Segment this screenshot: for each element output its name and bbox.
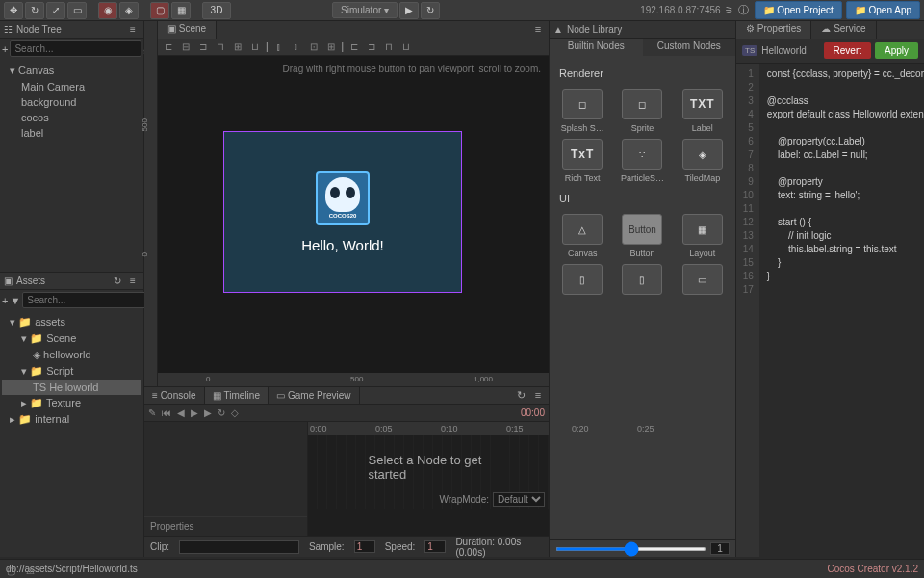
refresh-icon[interactable]: ↻: [514, 389, 527, 402]
inspector-file: Helloworld: [761, 45, 807, 56]
tiledmap-item[interactable]: ◈TiledMap: [676, 139, 730, 183]
assets-search-input[interactable]: [22, 292, 154, 308]
sample-input[interactable]: 1: [354, 540, 375, 553]
status-bar: db://assets/Script/Helloworld.ts Cocos C…: [0, 559, 924, 578]
canvas-item[interactable]: △Canvas: [555, 214, 609, 258]
speed-input[interactable]: 1: [424, 540, 446, 553]
assets-helloworld-scene[interactable]: ◈ helloworld: [2, 347, 141, 363]
add-asset-button[interactable]: +: [2, 295, 8, 306]
renderer-section: Renderer: [553, 64, 732, 83]
panel-opts-icon[interactable]: ≡: [126, 24, 140, 35]
local-toggle-icon[interactable]: ◈: [119, 2, 139, 19]
tool-rect-icon[interactable]: ▭: [67, 2, 87, 19]
record-icon[interactable]: ▢: [150, 2, 169, 19]
event-icon[interactable]: ◇: [231, 407, 239, 418]
tool-scale-icon[interactable]: ⤢: [46, 2, 65, 19]
assets-root[interactable]: ▾ 📁 assets: [2, 314, 141, 330]
play-icon[interactable]: ▶: [191, 407, 198, 418]
node-search-input[interactable]: [10, 40, 141, 57]
splash-sprite-item[interactable]: ◻Splash S…: [555, 89, 609, 133]
ruler-vertical: 500 0: [144, 21, 158, 386]
simulator-dropdown[interactable]: Simulator ▾: [332, 2, 398, 18]
assets-panel: ▣Assets↻≡ + ▼ ⌕ ▾ 📁 assets ▾ 📁 Scene ◈ h…: [0, 272, 144, 557]
label-item[interactable]: TXTLabel: [676, 89, 730, 133]
status-warn-icon[interactable]: ⚠: [23, 565, 37, 576]
ui-section: UI: [553, 189, 732, 208]
apply-button[interactable]: Apply: [875, 42, 918, 59]
assets-texture-folder[interactable]: ▸ 📁 Texture: [2, 395, 141, 411]
custom-nodes-tab[interactable]: Custom Nodes: [643, 39, 736, 56]
scene-tab[interactable]: ▣ Scene: [158, 21, 217, 39]
align-top-icon[interactable]: ⊓: [214, 40, 227, 54]
layout-item[interactable]: ▦Layout: [676, 214, 730, 258]
reload-button[interactable]: ↻: [421, 2, 440, 19]
anchor-toggle-icon[interactable]: ◉: [98, 2, 117, 19]
loop-icon[interactable]: ↻: [218, 407, 225, 418]
info-icon[interactable]: ⓘ: [737, 3, 751, 17]
prev-frame-icon[interactable]: ◀: [177, 407, 185, 418]
assets-helloworld-script[interactable]: TS Helloworld: [2, 380, 141, 395]
align-left-icon[interactable]: ⊏: [162, 40, 175, 54]
assets-icon: ▣: [4, 276, 13, 286]
assets-internal[interactable]: ▸ 📁 internal: [2, 411, 141, 428]
scene-viewport[interactable]: Drag with right mouse button to pan view…: [158, 56, 549, 373]
node-tree-title: Node Tree: [16, 24, 62, 35]
play-button[interactable]: ▶: [399, 2, 419, 19]
zoom-slider[interactable]: [555, 547, 706, 551]
snap-icon[interactable]: ▦: [171, 2, 191, 19]
pageview-item[interactable]: ▯: [615, 264, 669, 295]
assets-scene-folder[interactable]: ▾ 📁 Scene: [2, 330, 141, 347]
game-preview-tab[interactable]: ▭ Game Preview: [269, 387, 360, 404]
richtext-item[interactable]: TxTRich Text: [555, 139, 609, 183]
timeline-tab[interactable]: ▦ Timeline: [205, 387, 269, 404]
open-project-button[interactable]: 📁 Open Project: [755, 1, 842, 19]
tool-move-icon[interactable]: ✥: [4, 2, 23, 19]
scrollview-item[interactable]: ▯: [555, 264, 609, 295]
canvas-frame[interactable]: COCOS20 Hello, World!: [223, 131, 462, 293]
hierarchy-icon: ☷: [4, 24, 13, 35]
first-frame-icon[interactable]: ⏮: [162, 407, 171, 418]
3d-toggle[interactable]: 3D: [202, 2, 231, 19]
viewport-hint: Drag with right mouse button to pan view…: [283, 64, 541, 74]
tree-item-background[interactable]: background: [2, 94, 141, 110]
tool-rotate-icon[interactable]: ↻: [25, 2, 44, 19]
dist-h-icon[interactable]: ⫿: [272, 40, 286, 54]
service-tab[interactable]: ☁ Service: [811, 21, 876, 39]
tree-item-canvas[interactable]: ▾ Canvas: [2, 63, 141, 79]
next-frame-icon[interactable]: ▶: [204, 407, 212, 418]
status-console-icon[interactable]: ▢: [4, 565, 17, 576]
button-item[interactable]: ButtonButton: [615, 214, 669, 258]
dist-v-icon[interactable]: ⫾: [290, 40, 303, 54]
code-editor[interactable]: 1 2 3 4 5 6 7 8 9 10 11 12 13 14 15 16 1…: [736, 64, 924, 557]
assets-script-folder[interactable]: ▾ 📁 Script: [2, 363, 141, 380]
timeline-properties-label: Properties: [144, 516, 307, 536]
assets-title: Assets: [16, 276, 45, 286]
filter-icon[interactable]: ▼: [10, 295, 20, 306]
ip-label: 192.168.0.87:7456: [640, 5, 720, 15]
console-tab[interactable]: ≡ Console: [144, 387, 205, 404]
tree-item-label[interactable]: label: [2, 125, 141, 141]
open-app-button[interactable]: 📁 Open App: [846, 1, 920, 19]
version-label: Cocos Creator v2.1.2: [828, 564, 919, 574]
add-node-button[interactable]: +: [2, 43, 8, 55]
properties-tab[interactable]: ⚙ Properties: [736, 21, 811, 39]
clip-dropdown[interactable]: [179, 540, 299, 554]
inspector-panel: ⚙ Properties ☁ Service TS Helloworld Rev…: [736, 21, 924, 557]
hello-label: Hello, World!: [301, 237, 384, 253]
tree-item-cocos[interactable]: cocos: [2, 110, 141, 125]
align-center-h-icon[interactable]: ⊟: [179, 40, 192, 54]
align-middle-icon[interactable]: ⊞: [231, 40, 244, 54]
zoom-value: 1: [710, 542, 730, 555]
align-bottom-icon[interactable]: ⊔: [248, 40, 262, 54]
edit-icon[interactable]: ✎: [148, 407, 156, 418]
node-tree-list: ▾ Canvas Main Camera background cocos la…: [0, 59, 143, 144]
assets-opts-icon[interactable]: ↻: [111, 276, 124, 286]
builtin-nodes-tab[interactable]: Builtin Nodes: [550, 39, 643, 56]
wrapmode-select[interactable]: Default: [493, 492, 545, 507]
align-right-icon[interactable]: ⊐: [196, 40, 210, 54]
particle-item[interactable]: ∵ParticleS…: [615, 139, 669, 183]
progress-item[interactable]: ▭: [676, 264, 730, 295]
tree-item-camera[interactable]: Main Camera: [2, 79, 141, 94]
sprite-item[interactable]: ◻Sprite: [615, 89, 669, 133]
revert-button[interactable]: Revert: [824, 42, 871, 59]
